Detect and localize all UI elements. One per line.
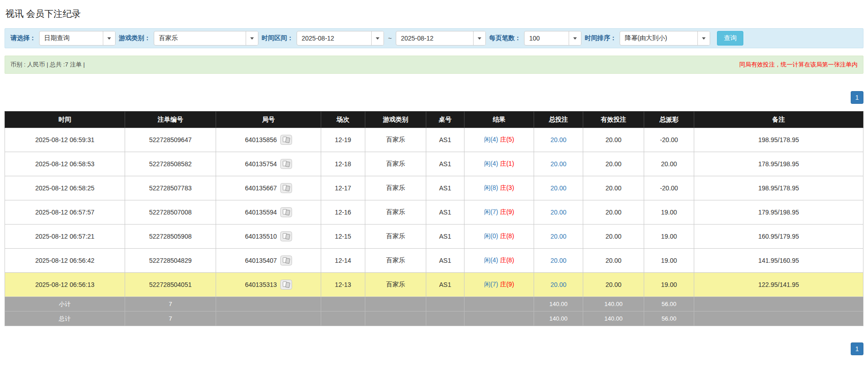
table-body: 2025-08-12 06:59:31 522728509647 6401358… [5,128,863,297]
result-player: 闲(4) [484,256,498,264]
cell-total-bet: 20.00 [534,152,583,176]
cell-result: 闲(4) 庄(8) [464,249,534,273]
table-header: 时间 注单编号 局号 场次 游戏类别 桌号 结果 总投注 有效投注 总派彩 备注 [5,112,863,128]
empty-cell [426,297,464,312]
cell-time: 2025-08-12 06:57:57 [5,200,125,225]
total-bet-link[interactable]: 20.00 [550,160,566,168]
cell-remark: 122.95/141.95 [694,273,863,297]
empty-cell [426,312,464,326]
cell-game-type: 百家乐 [365,273,426,297]
empty-cell [216,297,321,312]
table-row[interactable]: 2025-08-12 06:59:31 522728509647 6401358… [5,128,863,152]
table-row[interactable]: 2025-08-12 06:56:13 522728504051 6401353… [5,273,863,297]
col-header-time: 时间 [5,112,125,128]
page-container: 视讯 会员下注纪录 请选择： 日期查询 游戏类别： 百家乐 时间区间： 2025… [0,0,868,355]
cell-bet-id: 522728507008 [125,200,216,225]
col-header-payout: 总派彩 [644,112,694,128]
pagination-top: 1 [5,91,863,104]
col-header-result: 结果 [464,112,534,128]
cell-game-type: 百家乐 [365,152,426,176]
page-size-label: 每页笔数： [489,34,521,42]
cell-game-type: 百家乐 [365,176,426,200]
game-video-icon[interactable] [280,231,292,241]
sort-order-select[interactable]: 降幂(由大到小) [620,31,710,46]
cell-table-no: AS1 [426,200,464,225]
page-1-button[interactable]: 1 [851,91,863,104]
result-banker: 庄(9) [500,281,514,288]
cell-game-type: 百家乐 [365,249,426,273]
cell-total-bet: 20.00 [534,249,583,273]
col-header-valid-bet: 有效投注 [583,112,644,128]
game-video-icon[interactable] [280,280,292,290]
cell-valid-bet: 20.00 [583,152,644,176]
cell-session: 12-14 [321,249,365,273]
cell-total-bet: 20.00 [534,128,583,152]
cell-round: 640135856 [216,128,321,152]
grand-total-row: 总计 7 140.00 140.00 56.00 [5,312,863,326]
grand-total-valid-bet: 140.00 [583,312,644,326]
game-type-select[interactable]: 百家乐 [154,31,258,46]
table-footer: 小计 7 140.00 140.00 56.00 总计 7 1 [5,297,863,326]
col-header-game-type: 游戏类别 [365,112,426,128]
cell-total-bet: 20.00 [534,176,583,200]
cell-session: 12-18 [321,152,365,176]
date-mode-select[interactable]: 日期查询 [39,31,116,46]
game-video-icon[interactable] [280,255,292,266]
cell-time: 2025-08-12 06:59:31 [5,128,125,152]
result-player: 闲(7) [484,208,498,215]
search-button[interactable]: 查询 [717,31,743,46]
col-header-remark: 备注 [694,112,863,128]
cell-result: 闲(0) 庄(8) [464,225,534,249]
table-row[interactable]: 2025-08-12 06:56:42 522728504829 6401354… [5,249,863,273]
page-size-select[interactable]: 100 [524,31,581,46]
date-to-select[interactable]: 2025-08-12 [396,31,486,46]
sort-order-label: 时间排序： [585,34,616,42]
currency-total-summary: 币别 : 人民币 | 总共 :7 注单 | [10,61,85,69]
cell-valid-bet: 20.00 [583,273,644,297]
col-header-round: 局号 [216,112,321,128]
game-video-icon[interactable] [280,207,292,217]
cell-bet-id: 522728505908 [125,225,216,249]
cell-payout: 19.00 [644,249,694,273]
page-title: 视讯 会员下注纪录 [5,8,863,19]
total-bet-link[interactable]: 20.00 [550,209,566,216]
table-row[interactable]: 2025-08-12 06:57:21 522728505908 6401355… [5,225,863,249]
cell-payout: 19.00 [644,200,694,225]
total-bet-link[interactable]: 20.00 [550,281,566,288]
result-banker: 庄(9) [500,208,514,215]
cell-remark: 141.95/160.95 [694,249,863,273]
total-bet-link[interactable]: 20.00 [550,257,566,264]
date-from-value: 2025-08-12 [297,35,371,42]
cell-table-no: AS1 [426,152,464,176]
round-number: 640135667 [245,184,277,192]
total-bet-link[interactable]: 20.00 [550,136,566,143]
table-row[interactable]: 2025-08-12 06:58:53 522728508582 6401357… [5,152,863,176]
game-video-icon[interactable] [280,159,292,169]
game-video-icon[interactable] [280,135,292,145]
grand-total-total-bet: 140.00 [534,312,583,326]
total-bet-link[interactable]: 20.00 [550,184,566,192]
cell-bet-id: 522728507783 [125,176,216,200]
table-row[interactable]: 2025-08-12 06:58:25 522728507783 6401356… [5,176,863,200]
date-from-select[interactable]: 2025-08-12 [297,31,384,46]
round-number: 640135510 [245,233,277,240]
round-number: 640135407 [245,257,277,264]
select-mode-label: 请选择： [10,34,36,42]
cell-remark: 160.95/179.95 [694,225,863,249]
total-bet-link[interactable]: 20.00 [550,233,566,240]
cell-bet-id: 522728504829 [125,249,216,273]
cell-bet-id: 522728508582 [125,152,216,176]
chevron-down-icon [103,31,115,45]
col-header-session: 场次 [321,112,365,128]
cell-game-type: 百家乐 [365,200,426,225]
page-size-value: 100 [525,35,569,42]
date-to-value: 2025-08-12 [396,35,473,42]
cell-time: 2025-08-12 06:58:25 [5,176,125,200]
cell-round: 640135667 [216,176,321,200]
round-number: 640135754 [245,160,277,168]
cell-payout: 19.00 [644,273,694,297]
chevron-down-icon [371,31,384,45]
page-1-button[interactable]: 1 [851,342,863,355]
table-row[interactable]: 2025-08-12 06:57:57 522728507008 6401355… [5,200,863,225]
game-video-icon[interactable] [280,183,292,193]
